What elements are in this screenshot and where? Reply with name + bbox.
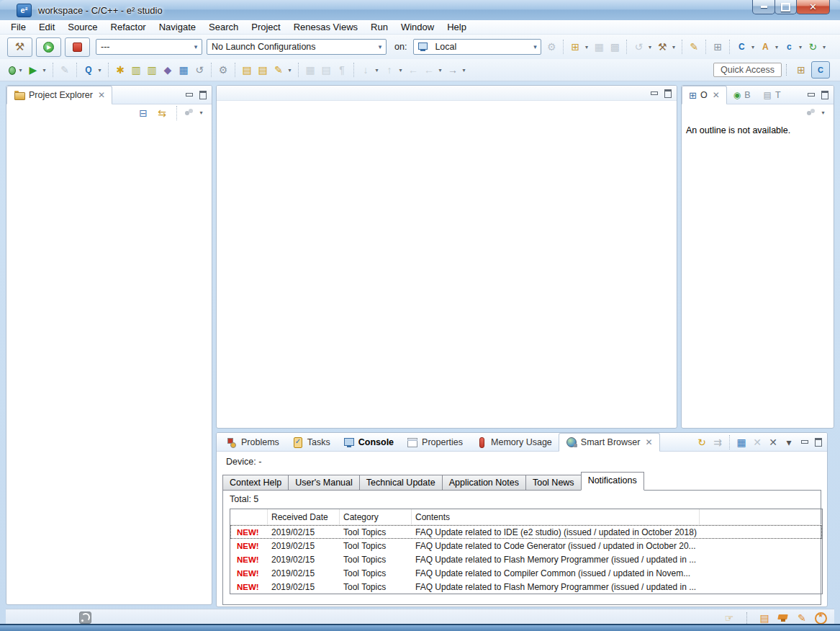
manual-book-icon[interactable]: ▤ bbox=[757, 611, 772, 625]
build-hammer-icon[interactable]: ⚒ bbox=[655, 40, 669, 54]
close-tab-icon[interactable]: ✕ bbox=[713, 90, 720, 100]
subtab-notifications[interactable]: Notifications bbox=[581, 472, 644, 491]
maximize-view-button[interactable] bbox=[197, 89, 209, 100]
dropdown-arrow-icon[interactable]: ▾ bbox=[646, 40, 653, 54]
title-bar[interactable]: e² workspace - C/C++ - e² studio ✕ bbox=[0, 0, 840, 21]
quick-launch-icon[interactable]: Q bbox=[81, 63, 96, 77]
dropdown-arrow-icon[interactable]: ▾ bbox=[583, 40, 590, 54]
column-header[interactable] bbox=[230, 509, 268, 524]
rss-feed-icon[interactable] bbox=[79, 612, 91, 624]
menu-item-refactor[interactable]: Refactor bbox=[104, 20, 153, 34]
stop-button[interactable] bbox=[65, 37, 90, 57]
dropdown-arrow-icon[interactable]: ▾ bbox=[96, 63, 103, 77]
window-close-button[interactable]: ✕ bbox=[796, 0, 830, 14]
close-tab-icon[interactable]: ✕ bbox=[645, 437, 652, 447]
window-minimize-button[interactable] bbox=[752, 0, 775, 14]
reload-icon[interactable]: ↺ bbox=[192, 63, 207, 77]
dropdown-arrow-icon[interactable]: ▾ bbox=[773, 40, 780, 54]
link-with-editor-icon[interactable]: ⇆ bbox=[155, 106, 169, 120]
notification-row[interactable]: NEW!2019/02/15Tool TopicsFAQ Update rela… bbox=[230, 566, 822, 580]
notification-row[interactable]: NEW!2019/02/15Tool TopicsFAQ Update rela… bbox=[230, 539, 822, 552]
community-star-icon[interactable] bbox=[815, 612, 827, 625]
menu-item-source[interactable]: Source bbox=[61, 20, 104, 34]
settings-gear-icon[interactable]: ⚙ bbox=[216, 63, 230, 77]
notification-row[interactable]: NEW!2019/02/15Tool TopicsFAQ Update rela… bbox=[230, 580, 822, 594]
menu-item-navigate[interactable]: Navigate bbox=[153, 20, 202, 34]
open-view-icon[interactable]: ⊞ bbox=[710, 40, 725, 54]
quick-access-button[interactable]: Quick Access bbox=[713, 63, 782, 77]
open-folder-icon[interactable]: ▤ bbox=[256, 63, 270, 77]
project-explorer-body[interactable] bbox=[6, 121, 212, 605]
tab-problems[interactable]: Problems bbox=[220, 433, 286, 451]
tasks-side-tab[interactable]: ▤ T bbox=[757, 86, 787, 104]
dropdown-arrow-icon[interactable]: ▾ bbox=[41, 63, 48, 77]
window-restore-button[interactable] bbox=[774, 0, 797, 14]
view-menu-chevron-icon[interactable]: ▾ bbox=[782, 435, 796, 449]
dropdown-arrow-icon[interactable]: ▾ bbox=[797, 40, 803, 54]
notification-row[interactable]: NEW!2019/02/15Tool TopicsFAQ Update rela… bbox=[230, 552, 822, 566]
column-header[interactable]: Received Date bbox=[268, 509, 340, 524]
column-header[interactable]: Category bbox=[340, 509, 412, 524]
dropdown-arrow-icon[interactable]: ▾ bbox=[821, 40, 827, 54]
dropdown-arrow-icon[interactable]: ▾ bbox=[820, 106, 826, 120]
breakpoints-tab[interactable]: ◉ B bbox=[727, 86, 757, 104]
subtab-user-s-manual[interactable]: User's Manual bbox=[288, 475, 360, 491]
memory-view-icon[interactable]: ▥ bbox=[129, 63, 143, 77]
code-generator-icon[interactable]: ▦ bbox=[176, 63, 191, 77]
build-configuration-select[interactable]: --- ▾ bbox=[96, 39, 202, 55]
subtab-tool-news[interactable]: Tool News bbox=[525, 475, 582, 491]
new-c-project-icon[interactable]: C bbox=[734, 40, 749, 54]
build-button[interactable]: ⚒ bbox=[7, 37, 32, 57]
dropdown-arrow-icon[interactable]: ▾ bbox=[437, 63, 443, 77]
close-tab-icon[interactable]: ✕ bbox=[98, 90, 105, 100]
minimize-view-button[interactable] bbox=[184, 89, 195, 100]
tab-tasks[interactable]: Tasks bbox=[286, 433, 337, 451]
refresh-green-icon[interactable]: ↻ bbox=[805, 40, 820, 54]
column-header[interactable] bbox=[700, 509, 822, 524]
dropdown-arrow-icon[interactable]: ▾ bbox=[749, 40, 756, 54]
outline-tab[interactable]: ⊞ O ✕ bbox=[682, 86, 727, 104]
new-c-file-icon[interactable]: c bbox=[782, 40, 796, 54]
run-coverage-icon[interactable]: ▶ bbox=[26, 63, 40, 77]
open-tool-folder-icon[interactable]: ▤ bbox=[240, 63, 254, 77]
menu-item-help[interactable]: Help bbox=[441, 20, 473, 34]
tab-properties[interactable]: Properties bbox=[400, 433, 469, 451]
write-pencil-icon[interactable]: ✎ bbox=[795, 611, 809, 625]
dropdown-arrow-icon[interactable]: ▾ bbox=[461, 63, 467, 77]
registers-view-icon[interactable]: ▥ bbox=[145, 63, 159, 77]
forward-nav-icon[interactable]: → bbox=[446, 63, 460, 77]
dropdown-arrow-icon[interactable]: ▾ bbox=[374, 63, 380, 77]
collapse-all-icon[interactable]: ⊟ bbox=[136, 106, 150, 120]
search-flashlight-icon[interactable]: ✎ bbox=[271, 63, 286, 77]
minimize-view-button[interactable] bbox=[649, 88, 660, 99]
menu-item-window[interactable]: Window bbox=[394, 20, 441, 34]
dropdown-arrow-icon[interactable]: ▾ bbox=[17, 63, 24, 77]
notification-row[interactable]: NEW!2019/02/15Tool TopicsFAQ Update rela… bbox=[230, 525, 822, 539]
delete-all-icon[interactable]: ✕ bbox=[766, 435, 780, 449]
cpp-perspective-button[interactable]: C bbox=[811, 61, 830, 79]
menu-item-renesas-views[interactable]: Renesas Views bbox=[287, 20, 364, 34]
menu-item-run[interactable]: Run bbox=[364, 20, 394, 34]
training-cap-icon[interactable] bbox=[777, 612, 789, 624]
subtab-technical-update[interactable]: Technical Update bbox=[359, 475, 443, 491]
minimize-view-button[interactable] bbox=[799, 437, 810, 447]
privacy-hand-icon[interactable]: ☞ bbox=[722, 611, 736, 625]
tab-smart-browser[interactable]: Smart Browser✕ bbox=[559, 433, 660, 452]
tab-console[interactable]: Console bbox=[337, 433, 400, 451]
refresh-gold-icon[interactable]: ↻ bbox=[695, 435, 709, 449]
trace-view-icon[interactable]: ◆ bbox=[161, 63, 175, 77]
dropdown-arrow-icon[interactable]: ▾ bbox=[286, 63, 293, 77]
column-header[interactable]: Contents bbox=[412, 509, 700, 524]
maximize-view-button[interactable] bbox=[662, 88, 674, 99]
pin-feather-icon[interactable]: ✎ bbox=[687, 40, 701, 54]
minimize-view-button[interactable] bbox=[805, 89, 817, 100]
open-browser-book-icon[interactable]: ▦ bbox=[734, 435, 749, 449]
launch-target-select[interactable]: Local ▾ bbox=[413, 39, 541, 55]
subtab-context-help[interactable]: Context Help bbox=[222, 475, 289, 491]
menu-item-file[interactable]: File bbox=[4, 20, 32, 34]
maximize-view-button[interactable] bbox=[819, 89, 831, 100]
launch-configuration-select[interactable]: No Launch Configurations ▾ bbox=[207, 39, 387, 55]
dropdown-arrow-icon[interactable]: ▾ bbox=[198, 106, 204, 120]
open-perspective-button[interactable]: ⊞ bbox=[792, 62, 810, 78]
subtab-application-notes[interactable]: Application Notes bbox=[442, 475, 526, 491]
